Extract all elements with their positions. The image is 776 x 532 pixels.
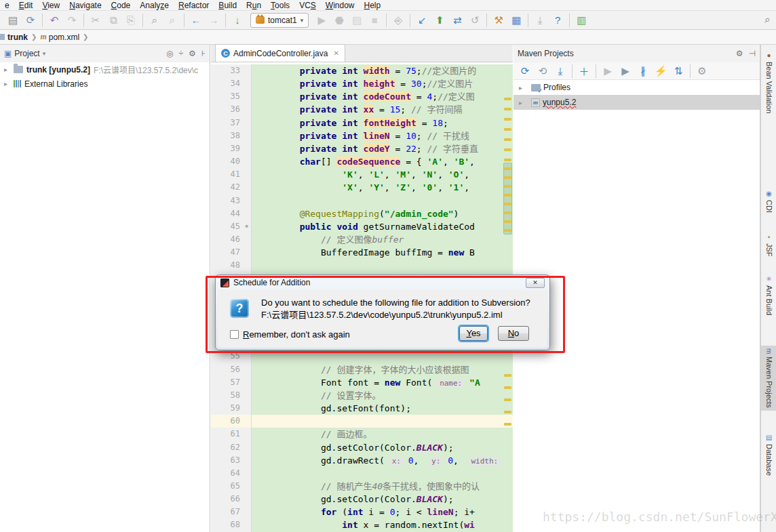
vcs-compare-icon[interactable]: ⇄ [448,13,466,28]
replace-icon[interactable]: ⌕ [163,13,181,28]
tree-item-trunk[interactable]: ▸ trunk [yunpu5.2] F:\云谱项目\123.57.5.2\de… [0,62,210,77]
settings-icon[interactable]: ⚒ [490,13,507,28]
tool-window-tab-database[interactable]: ▤Database [761,431,776,478]
code-line-62[interactable]: 62 gd.setColor(Color.BLACK); [211,441,513,454]
undo-icon[interactable]: ↶ [45,13,63,28]
code-line-38[interactable]: 38 private int lineN = 10; // 干扰线 [211,129,513,142]
code-line-59[interactable]: 59 gd.setFont(font); [211,402,513,415]
menu-item-refactor[interactable]: Refactor [174,1,214,10]
copy-icon[interactable]: ⧉ [104,13,122,28]
reimport-icon[interactable]: ⟲ [534,64,551,79]
close-icon[interactable]: ✕ [333,49,338,57]
export-icon[interactable]: ⤓ [531,13,549,28]
chevron-down-icon[interactable]: ▾ [43,50,46,57]
code-line-40[interactable]: 40 char[] codeSequence = { 'A', 'B', [211,155,513,168]
code-line-47[interactable]: 47 BufferedImage buffImg = new B [211,246,513,259]
skip-tests-icon[interactable]: ∦ [634,64,652,79]
warning-stripe-mark[interactable] [504,98,511,100]
yes-button[interactable]: Yes [459,326,488,341]
close-icon[interactable]: ✕ [526,278,545,288]
save-all-icon[interactable]: ▤ [4,13,22,28]
dialog-title-bar[interactable]: Schedule for Addition ✕ [216,275,549,290]
code-line-45[interactable]: 45◆ public void getSurnameValidateCod [211,220,513,233]
breadcrumb-pom[interactable]: pom.xml [49,33,79,42]
paste-icon[interactable]: ⎘ [122,13,140,28]
code-line-36[interactable]: 36 private int xx = 15; // 字符间隔 [211,103,513,116]
warning-stripe-mark[interactable] [504,423,511,426]
warning-stripe-mark[interactable] [504,108,511,110]
vcs-commit-icon[interactable]: ⬆ [431,13,448,28]
project-panel-title[interactable]: Project [14,49,39,58]
code-line-39[interactable]: 39 private int codeY = 22; // 字符垂直 [211,142,513,155]
chevron-right-icon[interactable]: ▸ [519,99,528,106]
code-line-60[interactable]: 60 [211,415,513,428]
maven-settings-icon[interactable]: ⚙ [693,64,711,79]
menu-item-vcs[interactable]: VCS [294,1,321,10]
project-header-icon-2[interactable]: ⚙ [189,49,196,58]
menu-item-navigate[interactable]: Navigate [64,1,106,10]
line-numbers-icon[interactable]: ↓ [229,13,246,28]
breadcrumb-trunk[interactable]: trunk [7,33,28,42]
project-header-icon-0[interactable]: ◎ [166,49,173,58]
cut-icon[interactable]: ✂ [87,13,104,28]
menu-item-run[interactable]: Run [241,1,266,10]
warning-stripe-mark[interactable] [504,148,511,151]
run-build-icon[interactable]: ▶ [599,64,617,79]
pin-window-icon[interactable]: ⎆ [389,13,407,28]
warning-stripe-mark[interactable] [504,176,511,179]
collapse-all-icon[interactable]: ⇅ [670,64,687,79]
editor-tab-admincodecontroller[interactable]: C AdminCodeController.java ✕ [215,44,345,62]
warning-stripe-mark[interactable] [504,229,511,232]
warning-stripe-mark[interactable] [504,211,511,214]
warning-stripe-mark[interactable] [504,374,511,377]
code-line-58[interactable]: 58 // 设置字体。 [211,389,513,402]
project-header-icon-3[interactable]: ⊦ [201,49,206,58]
code-line-68[interactable]: 68 int x = random.nextInt(wi [211,518,513,531]
redo-icon[interactable]: ↷ [63,13,81,28]
vcs-update-icon[interactable]: ↙ [413,13,431,28]
forward-icon[interactable]: → [205,13,222,28]
code-line-48[interactable]: 48 [211,259,513,272]
find-icon[interactable]: ⌕ [146,13,163,28]
maven-item-profiles[interactable]: ▸ Profiles [513,80,760,95]
back-icon[interactable]: ← [187,13,205,28]
tool-window-tab-ant-build[interactable]: ✳Ant Build [761,272,776,318]
warning-stripe-mark[interactable] [504,386,511,389]
code-line-44[interactable]: 44 @RequestMapping("/admin_code") [211,207,513,220]
tool-window-tab-bean-validation[interactable]: ●Bean Validation [761,49,776,116]
execute-goal-icon[interactable]: ⚡ [652,64,670,79]
code-line-64[interactable]: 64 [211,467,513,480]
warning-stripe-mark[interactable] [504,118,511,121]
tool-window-tab-cdi[interactable]: ◉CDI [761,187,776,216]
download-sources-icon[interactable]: ⤓ [551,64,569,79]
maven-item-yunpu[interactable]: ▸ m yunpu5.2 [513,95,760,110]
code-line-65[interactable]: 65 // 随机产生40条干扰线，使图象中的认 [211,480,513,493]
help-icon[interactable]: ? [549,13,566,28]
code-line-34[interactable]: 34 private int height = 30;//定义图片 [211,77,513,90]
run-configuration-select[interactable]: tomcat1 ▾ [250,13,309,28]
search-everywhere-icon[interactable]: ⌕ [764,14,771,26]
debug-icon[interactable]: ⬣ [330,13,348,28]
no-button[interactable]: No [498,326,529,341]
warning-stripe-mark[interactable] [504,194,511,197]
tree-item-external-libraries[interactable]: ▸ External Libraries [0,77,210,91]
tool-window-tab-maven-projects[interactable]: mMaven Projects [761,346,776,411]
code-line-43[interactable]: 43 [211,195,513,207]
code-line-56[interactable]: 56 // 创建字体，字体的大小应该根据图 [211,363,513,376]
vcs-revert-icon[interactable]: ↺ [466,13,484,28]
warning-stripe-mark[interactable] [504,203,511,205]
warning-stripe-mark[interactable] [504,159,511,161]
warning-stripe-mark[interactable] [504,411,511,413]
code-line-33[interactable]: 33 private int width = 75;//定义图片的 [211,64,513,77]
menu-item-analyze[interactable]: Analyze [135,1,174,10]
warning-stripe-mark[interactable] [504,128,511,131]
refresh-maven-icon[interactable]: ⟳ [516,64,534,79]
chevron-right-icon[interactable]: ▸ [4,66,14,73]
checkbox-box[interactable] [230,330,239,339]
menu-item-view[interactable]: View [37,1,64,10]
maven-header-icon-0[interactable]: ⚙ [736,49,743,58]
menu-item-edit[interactable]: Edit [14,1,38,10]
chevron-right-icon[interactable]: ▸ [4,80,14,87]
menu-item-help[interactable]: Help [360,1,386,10]
code-line-41[interactable]: 41 'K', 'L', 'M', 'N', 'O', [211,168,513,181]
